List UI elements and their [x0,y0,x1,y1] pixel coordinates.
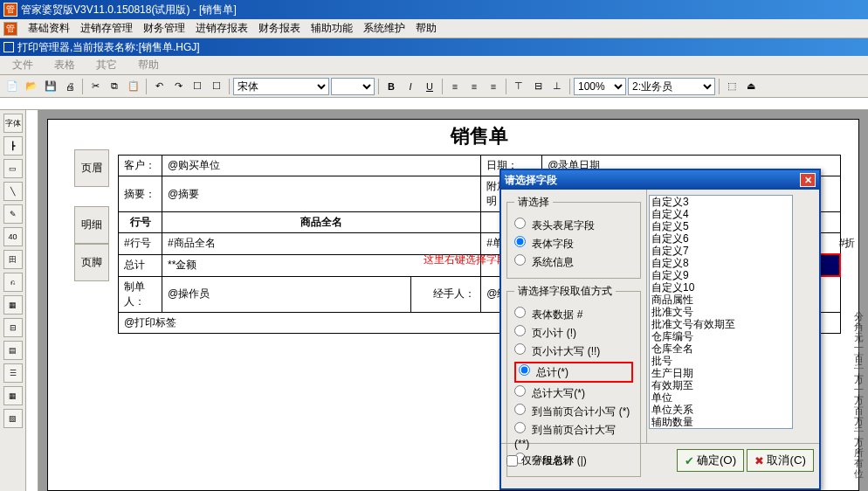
font-size-select[interactable] [331,78,375,95]
cell-abs-val[interactable]: @摘要 [162,176,481,212]
tb-extra1[interactable]: ⬚ [723,78,741,95]
tb-align-left[interactable]: ≡ [446,78,464,95]
opt-page-subtotal-cn[interactable]: 页小计大写 (!!) [514,343,633,359]
menu2-file[interactable]: 文件 [12,58,33,73]
td-maker-label[interactable]: 制单人： [119,276,162,312]
list-item[interactable]: 商品属性 [650,294,792,306]
menu2-help[interactable]: 帮助 [138,58,159,73]
lt-9[interactable]: ▦ [3,295,23,315]
menu-stock-report[interactable]: 进销存报表 [196,21,248,36]
field-listbox[interactable]: 自定义3 自定义4 自定义5 自定义6 自定义7 自定义8 自定义9 自定义10… [649,195,793,429]
list-item[interactable]: 自定义7 [650,245,792,257]
menu-basic[interactable]: 基础资料 [28,21,70,36]
opt-cum-lower[interactable]: 到当前页合计小写 (*) [514,404,633,419]
cell-customer-label[interactable]: 客户： [119,156,162,176]
menu2-table[interactable]: 表格 [54,58,75,73]
menu-finance-report[interactable]: 财务报表 [258,21,300,36]
th-rowno[interactable]: 行号 [119,212,162,233]
ok-button[interactable]: 确定(O) [677,449,744,472]
menu-sys[interactable]: 系统维护 [363,21,405,36]
opt-system[interactable]: 系统信息 [514,254,633,270]
tb-copy[interactable]: ⧉ [106,78,123,95]
tb-open[interactable]: 📂 [23,78,40,95]
zoom-select[interactable]: 100% [574,78,626,95]
tb-paste[interactable]: 📋 [125,78,142,95]
lt-12[interactable]: ☰ [3,363,23,383]
menu2-other[interactable]: 其它 [96,58,117,73]
list-item[interactable]: 自定义9 [650,269,792,281]
list-item[interactable]: 自定义8 [650,257,792,269]
lt-5[interactable]: ✎ [3,204,23,224]
list-item[interactable]: 自定义4 [650,208,792,220]
lt-8[interactable]: ⎌ [3,273,23,292]
list-item[interactable]: 批准文号 [650,306,792,318]
list-item[interactable]: 单位 [650,391,792,404]
lt-11[interactable]: ▤ [3,341,23,360]
menu-aux[interactable]: 辅助功能 [311,21,353,36]
tb-redo[interactable]: ↷ [169,78,187,95]
opt-total[interactable]: 总计(*) [514,362,633,383]
tb-underline[interactable]: U [421,78,438,95]
th-name[interactable]: 商品全名 [162,212,481,233]
lt-2[interactable]: ┣ [3,136,23,156]
tb-new[interactable]: 📄 [3,78,21,95]
list-item[interactable]: 辅助数量 [650,416,792,428]
list-item[interactable]: 辅助数量1 [650,428,792,429]
lt-6[interactable]: 40 [3,227,23,246]
list-item[interactable]: 生产日期 [650,367,792,379]
lt-13[interactable]: ▦ [3,386,23,405]
tb-align-right[interactable]: ≡ [485,78,502,95]
lt-7[interactable]: 田 [3,250,23,269]
lt-3[interactable]: ▭ [3,159,23,178]
tb-cut[interactable]: ✂ [86,78,104,95]
tb-save[interactable]: 💾 [42,78,59,95]
font-name-select[interactable]: 宋体 [233,78,329,95]
list-item[interactable]: 有效期至 [650,379,792,391]
list-item[interactable]: 自定义5 [650,220,792,232]
list-item[interactable]: 批号 [650,355,792,367]
list-item[interactable]: 自定义6 [650,232,792,245]
tb-italic[interactable]: I [402,78,419,95]
tb-undo[interactable]: ↶ [150,78,168,95]
tb-valign-top[interactable]: ⊤ [510,78,527,95]
opt-head-tail[interactable]: 表头表尾字段 [514,218,633,233]
tb-valign-mid[interactable]: ⊟ [529,78,547,95]
list-item[interactable]: 仓库编号 [650,330,792,342]
tb-exit[interactable]: ⏏ [742,78,760,95]
lt-10[interactable]: ⊟ [3,318,23,337]
list-item[interactable]: 自定义10 [650,281,792,294]
opt-cum-upper[interactable]: 到当前页合计大写 (**) [514,422,633,450]
cell-abs-label[interactable]: 摘要： [119,176,162,212]
cell-customer-val[interactable]: @购买单位 [162,156,481,176]
td-rowno[interactable]: #行号 [119,233,162,255]
menu-finance[interactable]: 财务管理 [143,21,185,36]
td-handler-label[interactable]: 经手人： [411,276,481,312]
lt-1[interactable]: 字体 [3,114,23,133]
cancel-button[interactable]: 取消(C) [747,449,814,472]
lt-4[interactable]: ╲ [3,182,23,201]
list-item[interactable]: 单位关系 [650,404,792,416]
dialog-close-button[interactable]: ✕ [800,173,816,187]
tb-toggle2[interactable]: ☐ [208,78,225,95]
td-total-label[interactable]: 总计 [119,254,162,276]
lt-14[interactable]: ▧ [3,409,23,428]
tb-toggle1[interactable]: ☐ [189,78,206,95]
tb-bold[interactable]: B [382,78,400,95]
opt-body[interactable]: 表体字段 [514,236,633,252]
tb-align-center[interactable]: ≡ [465,78,483,95]
tb-print[interactable]: 🖨 [61,78,79,95]
td-name[interactable]: #商品全名 [162,233,481,255]
dialog-titlebar[interactable]: 请选择字段 ✕ [501,170,819,190]
menu-help[interactable]: 帮助 [416,21,437,36]
td-maker-val[interactable]: @操作员 [162,276,411,312]
opt-total-cn[interactable]: 总计大写(*) [514,385,633,401]
checkbox-fieldname-only[interactable]: 仅字段名称 [506,453,574,468]
field-select[interactable]: 2:业务员 [628,78,715,95]
list-item[interactable]: 仓库全名 [650,342,792,355]
tb-valign-bot[interactable]: ⊥ [548,78,566,95]
opt-body-data[interactable]: 表体数据 # [514,307,633,322]
opt-page-subtotal[interactable]: 页小计 (!) [514,325,633,341]
menu-stock[interactable]: 进销存管理 [80,21,133,36]
list-item[interactable]: 自定义3 [650,196,792,208]
list-item[interactable]: 批准文号有效期至 [650,318,792,330]
